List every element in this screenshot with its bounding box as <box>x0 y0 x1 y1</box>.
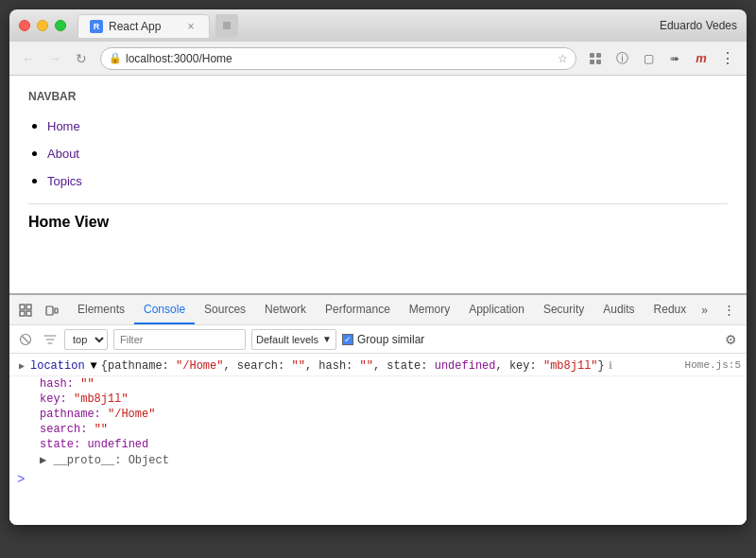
nav-link-home[interactable]: Home <box>47 119 80 133</box>
svg-rect-10 <box>55 308 58 313</box>
filter-left: top <box>15 329 108 350</box>
tab-elements[interactable]: Elements <box>68 295 134 324</box>
info-icon[interactable]: ⓘ <box>610 47 633 70</box>
svg-rect-5 <box>20 305 25 309</box>
back-button[interactable]: ← <box>17 47 40 70</box>
devtools-filter-bar: top Default levels ▼ ✓ Group similar ⚙ <box>9 325 747 354</box>
tab-sources[interactable]: Sources <box>195 295 255 324</box>
log-proto-row: ▶ __proto__: Object <box>9 452 747 468</box>
devtools-toolbar-right: ⋮ ✕ <box>717 298 747 323</box>
forward-button[interactable]: → <box>43 47 66 70</box>
new-tab-button[interactable] <box>215 14 238 37</box>
devtools-toolbar: Elements Console Sources Network Perform… <box>9 295 747 325</box>
more-tabs-button[interactable]: » <box>696 304 713 317</box>
console-filter-icon[interactable] <box>40 329 60 350</box>
log-pathname-row: pathname: "/Home" <box>9 407 747 422</box>
tab-audits[interactable]: Audits <box>593 295 644 324</box>
browser-window: R React App × Eduardo Vedes ← → ↻ 🔒 loca… <box>9 9 747 525</box>
bookmark-icon[interactable]: ☆ <box>558 52 568 65</box>
devtools-toolbar-left <box>13 298 64 323</box>
devtools-settings-button[interactable]: ⋮ <box>717 298 742 323</box>
nav-link-item-about: About <box>47 140 728 167</box>
log-key-row: key: "mb8j1l" <box>9 392 747 407</box>
console-log-row: ▶ location ▼ {pathname: "/Home", search:… <box>9 357 747 376</box>
maximize-button[interactable] <box>55 20 66 31</box>
nav-link-about[interactable]: About <box>47 147 79 161</box>
console-prompt[interactable]: > <box>9 468 747 491</box>
page-heading: Home View <box>28 214 728 231</box>
tab-redux[interactable]: Redux <box>644 295 696 324</box>
browser-tab[interactable]: R React App × <box>77 14 210 38</box>
nav-link-item-home: Home <box>47 113 728 140</box>
cursor-icon[interactable]: ➠ <box>663 47 686 70</box>
context-select[interactable]: top <box>64 329 108 350</box>
close-button[interactable] <box>19 20 30 31</box>
m-extension-icon[interactable]: m <box>690 47 713 70</box>
tab-performance[interactable]: Performance <box>316 295 400 324</box>
tab-console[interactable]: Console <box>134 295 195 324</box>
user-name: Eduardo Vedes <box>660 19 737 32</box>
svg-rect-1 <box>590 53 594 58</box>
group-similar-toggle[interactable]: ✓ Group similar <box>342 333 424 346</box>
svg-rect-4 <box>596 60 601 64</box>
tab-network[interactable]: Network <box>255 295 316 324</box>
log-source-link[interactable]: Home.js:5 <box>685 359 741 371</box>
svg-rect-6 <box>26 305 31 309</box>
svg-rect-3 <box>590 60 594 64</box>
device-toolbar-button[interactable] <box>40 298 64 323</box>
nav-links: Home About Topics <box>47 113 728 194</box>
log-state-row: state: undefined <box>9 437 747 452</box>
lock-icon: 🔒 <box>109 52 122 64</box>
tab-close-button[interactable]: × <box>184 20 198 33</box>
tab-memory[interactable]: Memory <box>400 295 459 324</box>
group-similar-label: Group similar <box>357 333 424 346</box>
navbar-label: NAVBAR <box>28 90 728 103</box>
nav-actions: ⓘ ▢ ➠ m ⋮ <box>584 47 739 70</box>
svg-line-12 <box>23 336 29 342</box>
devtools-tabs: Elements Console Sources Network Perform… <box>64 295 717 324</box>
log-expand-button[interactable]: ▶ <box>15 359 28 373</box>
tab-favicon: R <box>90 20 103 33</box>
cast-icon[interactable]: ▢ <box>637 47 660 70</box>
tab-title: React App <box>109 20 179 33</box>
extensions-icon[interactable] <box>584 47 607 70</box>
log-hash-row: hash: "" <box>9 376 747 392</box>
levels-select[interactable]: Default levels ▼ <box>251 329 336 350</box>
menu-icon[interactable]: ⋮ <box>716 47 739 70</box>
page-divider <box>28 203 728 204</box>
title-bar: R React App × Eduardo Vedes <box>9 9 747 42</box>
console-clear-button[interactable] <box>15 329 36 350</box>
minimize-button[interactable] <box>37 20 48 31</box>
traffic-lights <box>19 20 66 31</box>
console-content: ▶ location ▼ {pathname: "/Home", search:… <box>9 354 747 525</box>
filter-input[interactable] <box>113 329 246 350</box>
nav-link-item-topics: Topics <box>47 167 728 195</box>
svg-rect-0 <box>223 22 231 29</box>
log-value-inline: {pathname: "/Home", search: "", hash: ""… <box>101 359 605 373</box>
svg-rect-2 <box>596 53 601 58</box>
info-badge: ℹ <box>609 359 612 372</box>
tab-security[interactable]: Security <box>534 295 593 324</box>
devtools-close-button[interactable]: ✕ <box>744 298 747 323</box>
group-similar-checkbox[interactable]: ✓ <box>342 334 353 345</box>
svg-rect-8 <box>26 311 31 316</box>
svg-rect-7 <box>20 311 25 316</box>
svg-rect-9 <box>46 306 53 315</box>
nav-bar: ← → ↻ 🔒 localhost:3000/Home ☆ ⓘ ▢ ➠ m ⋮ <box>9 42 747 76</box>
devtools: Elements Console Sources Network Perform… <box>9 293 747 525</box>
address-bar[interactable]: 🔒 localhost:3000/Home ☆ <box>100 47 576 70</box>
address-text: localhost:3000/Home <box>126 52 554 65</box>
log-search-row: search: "" <box>9 422 747 437</box>
log-variable-name: location <box>30 359 85 373</box>
page-content: NAVBAR Home About Topics Home View <box>9 76 747 293</box>
console-settings-button[interactable]: ⚙ <box>720 329 741 350</box>
nav-link-topics[interactable]: Topics <box>47 174 82 188</box>
refresh-button[interactable]: ↻ <box>70 47 93 70</box>
tab-application[interactable]: Application <box>459 295 534 324</box>
tab-bar: R React App × <box>77 14 660 38</box>
inspect-element-button[interactable] <box>13 298 38 323</box>
